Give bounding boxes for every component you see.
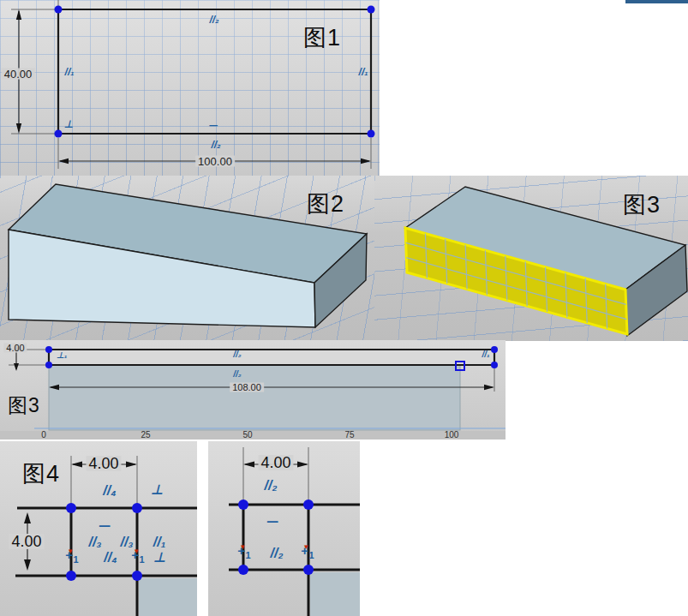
dim-top-4: 4.00	[86, 456, 121, 471]
vertex-dot[interactable]	[132, 503, 142, 513]
constraint-parallel-2-top: //₂	[265, 479, 278, 493]
constraint-parallel-2-top: //₂	[209, 15, 218, 25]
vertex-dot[interactable]	[66, 571, 76, 581]
constraint-perpendicular-1: ⊥₁	[57, 351, 68, 360]
coincident-marker-1-left: +▾1	[237, 544, 254, 560]
vertex-dot[interactable]	[368, 130, 375, 138]
vertex-dot[interactable]	[238, 499, 248, 510]
vertex-dot[interactable]	[45, 346, 52, 353]
dim-length-108: 108.00	[230, 383, 264, 392]
constraint-perpendicular-bottom: ⊥	[153, 551, 166, 565]
figure-label: 图3	[623, 194, 661, 217]
constraint-parallel-2-bottom: //₂	[211, 140, 220, 150]
constraint-parallel-1-right: //₁	[359, 67, 368, 77]
extruded-face-preview[interactable]	[49, 365, 460, 430]
red-tick-icon: ▾	[241, 542, 245, 551]
constraint-parallel-3-a: //₃	[88, 535, 101, 549]
vertex-dot[interactable]	[55, 6, 63, 14]
cad-screenshot-collage: 40.00100.00//₂//₁//₁⊥–//₂图1 图2	[0, 0, 688, 616]
constraint-parallel-1: //₁	[482, 350, 489, 359]
red-tick-icon: ▾	[135, 547, 139, 555]
panel-fig4-detail-right: 4.00//₂–+▾1//₂+▾1	[208, 441, 360, 616]
ruler-tick-0: 0	[41, 431, 46, 440]
ruler-tick-75: 75	[344, 431, 354, 440]
constraint-horizontal: –	[209, 120, 218, 130]
constraint-horizontal: –	[99, 519, 111, 533]
figure-label: 图1	[303, 27, 341, 50]
solid-face-corner	[139, 578, 197, 616]
dim-height-40: 40.00	[2, 69, 35, 80]
constraint-parallel-1: //₁	[153, 535, 166, 549]
strip-interior	[49, 350, 494, 365]
ruler-strip	[0, 431, 506, 440]
vertex-dot[interactable]	[66, 503, 76, 513]
coincident-marker-1-left: +▾1	[65, 548, 81, 565]
window-edge-bar	[625, 0, 688, 3]
ruler-tick-100: 100	[445, 431, 459, 440]
dim-left-4: 4.00	[9, 534, 44, 549]
red-tick-icon: ▾	[69, 547, 73, 555]
constraint-perpendicular-top: ⊥	[151, 483, 164, 497]
constraint-horizontal: –	[266, 515, 278, 529]
vertex-dot[interactable]	[132, 571, 142, 581]
vertex-dot[interactable]	[491, 362, 498, 368]
figure-label: 图4	[22, 463, 60, 486]
constraint-parallel-2-bottom: //₂	[233, 370, 241, 379]
panel-fig4-detail-left: 图44.004.00//₄⊥–//₃//₃//₁+▾1//₄+▾1⊥	[0, 441, 197, 616]
vertex-dot[interactable]	[303, 499, 314, 510]
dim-top-4: 4.00	[258, 455, 293, 470]
red-tick-icon: ▾	[304, 542, 308, 551]
panel-fig3-strip-sketch: 4.00⊥₁//₂//₁//₂108.00图30255075100	[0, 340, 506, 440]
constraint-parallel-2-bottom: //₂	[271, 547, 284, 560]
constraint-perpendicular: ⊥	[64, 119, 74, 129]
dim-height-4: 4.00	[3, 344, 27, 353]
vertex-dot[interactable]	[491, 346, 498, 353]
panel-fig1-sketch: 40.00100.00//₂//₁//₁⊥–//₂图1	[0, 0, 380, 176]
coincident-marker-1-right: +▾1	[301, 544, 317, 560]
vertex-dot[interactable]	[368, 6, 375, 14]
panel-fig2-3d-block: 图2	[0, 176, 374, 341]
vertex-dot[interactable]	[45, 362, 52, 368]
figure-label: 图2	[307, 193, 344, 216]
constraint-parallel-1-left: //₁	[65, 67, 75, 77]
vertex-dot[interactable]	[55, 130, 63, 138]
constraint-parallel-4-bottom: //₄	[104, 551, 117, 565]
ruler-tick-25: 25	[141, 431, 150, 440]
constraint-parallel-4-top: //₄	[103, 484, 116, 498]
solid-face-corner	[310, 572, 360, 616]
ruler-tick-50: 50	[242, 431, 252, 440]
figure-label: 图3	[8, 396, 40, 416]
vertex-dot[interactable]	[303, 565, 314, 575]
constraint-parallel-2-top: //₂	[233, 350, 241, 359]
dim-width-100: 100.00	[195, 156, 235, 167]
coincident-marker-1-right: +▾1	[131, 548, 147, 565]
panel-fig3-3d-block-selected-face: 图3	[374, 176, 688, 341]
vertex-dot[interactable]	[238, 565, 248, 575]
